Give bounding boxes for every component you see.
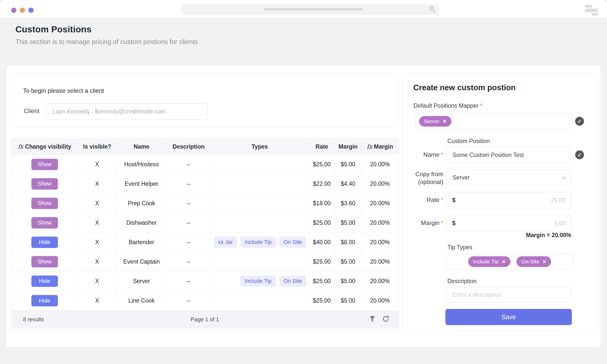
position-name-cell: Event Helper: [117, 174, 167, 194]
margin-input[interactable]: $ 5.00: [446, 215, 571, 231]
visibility-toggle-button[interactable]: Show: [31, 159, 58, 170]
column-header: Description: [167, 139, 211, 155]
visibility-toggle-button[interactable]: Show: [31, 178, 58, 190]
mapper-multiselect[interactable]: Server ✕: [416, 113, 571, 129]
chip-remove-icon[interactable]: ✕: [542, 259, 546, 265]
fx-margin-cell: 20.00%: [361, 233, 398, 252]
chip-remove-icon[interactable]: ✕: [443, 118, 447, 124]
description-cell: --: [167, 174, 211, 194]
is-visible-cell: X: [78, 271, 117, 291]
description-input[interactable]: Enter a description: [446, 287, 571, 303]
form-heading: Create new custom postion: [413, 83, 516, 92]
margin-cell: $5.00: [335, 271, 361, 291]
tip-type-chip: On-Site✕: [516, 256, 551, 267]
is-visible-cell: X: [78, 233, 117, 252]
fx-margin-cell: 20.00%: [361, 291, 398, 310]
margin-cell: $5.00: [335, 252, 361, 271]
is-visible-cell: X: [78, 174, 117, 194]
window-menu-icon[interactable]: [583, 5, 597, 14]
page-subtitle: This section is to manage pricing of cus…: [15, 38, 198, 46]
copy-from-select[interactable]: Server: [446, 169, 571, 186]
margin-cell: $3.60: [335, 194, 361, 213]
margin-label: Margin*: [403, 219, 443, 226]
currency-prefix: $: [452, 220, 456, 227]
window-dot-2[interactable]: [20, 8, 25, 13]
window-dot-3[interactable]: [28, 8, 34, 13]
types-cell: Include TipOn Site: [211, 271, 309, 291]
types-cell: [211, 194, 309, 213]
window-dot-1[interactable]: [11, 8, 16, 13]
margin-cell: $5.00: [335, 291, 361, 310]
fx-margin-cell: 20.00%: [361, 213, 398, 233]
page-title: Custom Positions: [15, 24, 92, 34]
margin-cell: $8.00: [335, 233, 361, 252]
visibility-toggle-button[interactable]: Hide: [31, 276, 58, 287]
is-visible-cell: X: [78, 252, 117, 271]
margin-cell: $5.00: [335, 213, 361, 233]
name-label: Name*: [403, 151, 443, 158]
rate-cell: $25.00: [309, 252, 335, 271]
window-titlebar: [0, 0, 607, 18]
client-select-input[interactable]: Liam Kennedy - lkennedy@creditmode.com: [46, 103, 208, 120]
table-row: ShowXDishwasher--$25.00$5.0020.00%: [11, 213, 398, 233]
position-name-cell: Bartender: [117, 233, 167, 252]
save-button[interactable]: Save: [445, 309, 572, 325]
types-cell: [211, 291, 309, 310]
rate-cell: $18.00: [309, 194, 335, 213]
description-label: Description: [447, 278, 476, 285]
client-select-panel: To begin please select a client Client L…: [11, 74, 399, 128]
types-cell: [211, 252, 309, 271]
position-name-cell: Dishwasher: [117, 213, 167, 233]
rate-cell: $25.00: [309, 271, 335, 291]
column-header: Is visible?: [78, 139, 117, 155]
description-cell: --: [167, 194, 211, 213]
visibility-toggle-button[interactable]: Show: [31, 198, 58, 209]
is-visible-cell: X: [78, 213, 117, 233]
visibility-toggle-button[interactable]: Hide: [31, 237, 58, 248]
tip-type-chip: Include Tip✕: [468, 256, 511, 267]
table-row: ShowXEvent Helper--$22.00$4.4020.00%: [11, 174, 398, 194]
column-header: Margin: [335, 139, 361, 155]
tip-types-multiselect[interactable]: Include Tip✕On-Site✕: [446, 254, 573, 269]
address-placeholder-line: [264, 8, 362, 10]
rate-cell: $25.00: [309, 213, 335, 233]
description-cell: --: [167, 233, 211, 252]
refresh-icon[interactable]: [382, 315, 389, 322]
rate-input[interactable]: $ 25.00: [446, 192, 571, 208]
column-header: Name: [117, 139, 167, 155]
rate-cell: $25.00: [309, 291, 335, 310]
position-name-cell: Line Cook: [117, 291, 167, 310]
client-label: Client: [24, 107, 39, 115]
fx-margin-cell: 20.00%: [361, 174, 398, 194]
margin-cell: $4.40: [335, 174, 361, 194]
client-panel-heading: To begin please select a client: [23, 87, 104, 94]
visibility-toggle-button[interactable]: Show: [31, 217, 58, 229]
browser-address-bar[interactable]: [182, 4, 439, 15]
types-cell: [211, 155, 309, 174]
name-input[interactable]: Some Custom Position Test: [446, 147, 571, 163]
types-cell: [211, 213, 309, 233]
description-cell: --: [167, 213, 211, 233]
types-cell: [211, 174, 309, 194]
type-chip: Include Tip: [240, 237, 276, 248]
visibility-toggle-button[interactable]: Hide: [31, 295, 58, 306]
type-chip: On Site: [279, 237, 306, 248]
visibility-toggle-button[interactable]: Show: [31, 256, 58, 267]
required-asterisk: *: [441, 219, 443, 226]
table-footer: 8 results Page 1 of 1: [11, 310, 398, 328]
create-position-panel: Create new custom postion Default Positi…: [403, 74, 597, 331]
type-chip: xx Jar: [214, 237, 237, 248]
is-visible-cell: X: [78, 291, 117, 310]
custom-position-label: Custom Position: [447, 138, 490, 145]
position-name-cell: Prep Cook: [117, 194, 167, 213]
chip-remove-icon[interactable]: ✕: [502, 259, 506, 265]
fx-margin-cell: 20.00%: [361, 252, 398, 271]
margin-computed-note: Margin = 20.00%: [446, 232, 571, 239]
description-cell: --: [167, 271, 211, 291]
position-name-cell: Event Captain: [117, 252, 167, 271]
table-row: ShowXHost/Hostess--$25.00$5.0020.00%: [11, 155, 398, 174]
filter-icon[interactable]: [369, 316, 375, 322]
margin-placeholder: 5.00: [554, 220, 566, 227]
search-icon[interactable]: [429, 6, 434, 10]
rate-cell: $22.00: [309, 174, 335, 194]
